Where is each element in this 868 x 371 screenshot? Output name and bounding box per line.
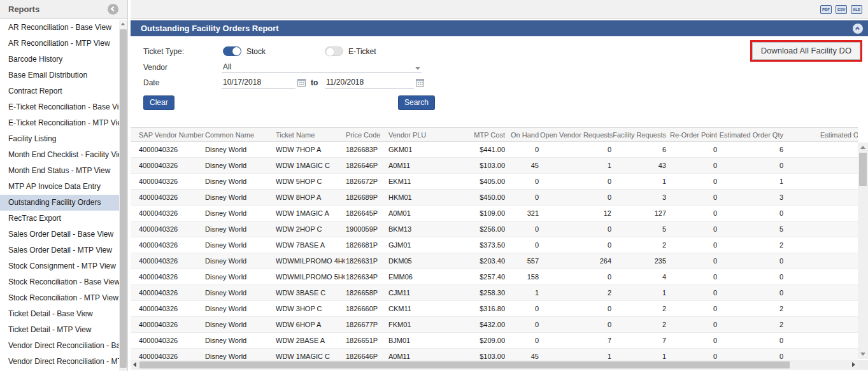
scroll-up-arrow-icon[interactable] — [121, 23, 125, 25]
table-row[interactable]: 4000040326Disney WorldWDW 7HOP A1826683P… — [131, 142, 858, 158]
column-header[interactable]: On Hand — [506, 131, 540, 139]
column-header[interactable]: Re-Order Point — [667, 131, 718, 139]
scroll-right-arrow-icon[interactable] — [852, 362, 855, 367]
sidebar-item[interactable]: Sales Order Detail - Base View — [0, 227, 119, 242]
table-cell: Disney World — [204, 321, 276, 328]
table-row[interactable]: 4000040326Disney WorldWDWMILPROMO 4HOPR1… — [131, 253, 858, 269]
sidebar-item-selected[interactable]: Outstanding Facility Orders — [0, 195, 119, 211]
sidebar-collapse-button[interactable] — [108, 4, 118, 15]
export-pdf-icon[interactable]: PDF — [820, 5, 832, 14]
search-button[interactable]: Search — [398, 95, 435, 110]
sidebar-item[interactable]: RecTrac Export — [0, 211, 119, 227]
sidebar-item[interactable]: Stock Reconciliation - MTP View — [0, 290, 119, 306]
scroll-down-arrow-icon[interactable] — [860, 353, 865, 356]
sidebar-item[interactable]: Base Email Distribution — [0, 67, 119, 83]
vendor-select-value[interactable]: All — [223, 62, 231, 71]
download-all-facility-do-button[interactable]: Download All Facility DO — [752, 42, 860, 60]
table-cell: 6 — [718, 146, 785, 153]
table-row[interactable]: 4000040326Disney WorldWDW 1MAGIC A182664… — [131, 206, 858, 221]
sidebar-item[interactable]: Ticket Detail - MTP View — [0, 322, 119, 338]
sidebar-item[interactable]: Sales Order Detail - MTP View — [0, 242, 119, 258]
sidebar-item[interactable]: Barcode History — [0, 52, 119, 67]
clear-button[interactable]: Clear — [143, 95, 174, 110]
scroll-up-arrow-icon[interactable] — [860, 146, 865, 149]
sidebar-item[interactable]: Month End Checklist - Facility View — [0, 147, 119, 163]
sidebar-item[interactable]: AR Reconciliation - MTP View — [0, 36, 119, 52]
table-cell: 0 — [540, 178, 613, 185]
table-cell: 1826645P — [345, 209, 387, 217]
table-vertical-scrollbar[interactable] — [858, 143, 868, 359]
table-horizontal-scrollbar[interactable] — [131, 360, 858, 370]
table-cell: WDWMILPROMO 4HOPR — [276, 257, 345, 265]
table-cell: DKM05 — [387, 257, 452, 265]
chevron-down-icon[interactable] — [415, 67, 420, 70]
sidebar-item[interactable]: Vendor Direct Reconciliation - MTP Vie — [0, 354, 119, 370]
table-cell: $256.00 — [452, 225, 506, 233]
column-header[interactable]: Ticket Name — [276, 131, 345, 139]
column-header[interactable]: Common Name — [204, 131, 276, 139]
sidebar-item[interactable]: Stock Consignment - MTP View — [0, 258, 119, 274]
sidebar-item[interactable]: Facility Listing — [0, 131, 119, 147]
sidebar-item[interactable]: Ticket Detail - Base View — [0, 306, 119, 322]
sidebar-scrollbar-thumb[interactable] — [120, 29, 127, 368]
sidebar-item[interactable]: MTP AP Invoice Data Entry — [0, 179, 119, 195]
calendar-icon[interactable] — [416, 79, 424, 87]
ticket-type-label: Ticket Type: — [143, 47, 184, 56]
table-cell: 0 — [667, 257, 718, 265]
vertical-scrollbar-thumb[interactable] — [859, 153, 867, 186]
table-cell: 2 — [613, 321, 667, 328]
table-cell: 0 — [506, 337, 540, 344]
table-cell: 1 — [540, 353, 613, 360]
sidebar-item[interactable]: Vendor Direct Reconciliation - Base Vi — [0, 338, 119, 354]
table-row[interactable]: 4000040326Disney WorldWDW 2BASE A1826651… — [131, 333, 858, 349]
table-cell: WDW 1MAGIC C — [276, 353, 345, 360]
sidebar-item[interactable]: Stock Reconciliation - Base View — [0, 274, 119, 290]
table-cell: 1900059P — [345, 225, 387, 233]
chevron-up-icon — [855, 26, 860, 31]
column-header[interactable]: Vendor PLU — [387, 131, 452, 139]
column-header[interactable]: SAP Vendor Number — [131, 131, 204, 139]
column-header[interactable]: Estimated Order Qty — [718, 131, 785, 139]
table-row[interactable]: 4000040326Disney WorldWDW 8HOP A1826689P… — [131, 190, 858, 206]
table-row[interactable]: 4000040326Disney WorldWDW 3BASE C1826658… — [131, 285, 858, 301]
table-row[interactable]: 4000040326Disney WorldWDW 1MAGIC C182664… — [131, 158, 858, 174]
table-cell: WDWMILPROMO 5HOP+ — [276, 273, 345, 281]
horizontal-scrollbar-thumb[interactable] — [139, 361, 790, 368]
stock-toggle[interactable] — [223, 46, 241, 56]
column-header[interactable]: MTP Cost — [452, 131, 506, 139]
table-row[interactable]: 4000040326Disney WorldWDW 7BASE A1826681… — [131, 237, 858, 253]
sidebar-item[interactable]: AR Reconciliation - Base View — [0, 20, 119, 36]
column-header[interactable]: Facility Requests — [613, 131, 667, 139]
column-header[interactable]: Open Vendor Requests — [540, 131, 613, 139]
column-header[interactable]: Estimated Or — [785, 131, 858, 139]
date-label: Date — [143, 78, 159, 87]
table-cell: 4000040326 — [131, 337, 204, 344]
table-row[interactable]: 4000040326Disney WorldWDW 6HOP A1826677P… — [131, 317, 858, 333]
table-cell: 0 — [506, 321, 540, 328]
sidebar-item[interactable]: E-Ticket Reconciliation - MTP View — [0, 115, 119, 131]
scroll-left-arrow-icon[interactable] — [133, 362, 136, 367]
table-row[interactable]: 4000040326Disney WorldWDWMILPROMO 5HOP+1… — [131, 269, 858, 285]
table-cell: WDW 8HOP A — [276, 193, 345, 201]
panel-collapse-button[interactable] — [853, 24, 863, 34]
results-table: SAP Vendor NumberCommon NameTicket NameP… — [131, 127, 858, 360]
date-from-input[interactable] — [223, 78, 293, 87]
table-cell: 12 — [540, 209, 613, 217]
export-csv-icon[interactable]: CSV — [836, 5, 847, 14]
export-xls-icon[interactable]: XLS — [851, 5, 862, 14]
sidebar-scrollbar[interactable] — [119, 20, 127, 371]
table-row[interactable]: 4000040326Disney WorldWDW 2HOP C1900059P… — [131, 221, 858, 237]
table-cell: 4 — [613, 273, 667, 281]
eticket-toggle[interactable] — [325, 46, 343, 56]
sidebar-item[interactable]: Contract Report — [0, 83, 119, 99]
column-header[interactable]: Price Code — [345, 131, 387, 139]
table-row[interactable]: 4000040326Disney WorldWDW 1MAGIC C182664… — [131, 349, 858, 360]
table-row[interactable]: 4000040326Disney WorldWDW 3HOP C1826660P… — [131, 301, 858, 317]
sidebar-item[interactable]: E-Ticket Reconciliation - Base View — [0, 99, 119, 115]
table-cell: Disney World — [204, 305, 276, 312]
table-row[interactable]: 4000040326Disney WorldWDW 5HOP C1826672P… — [131, 174, 858, 190]
sidebar-item[interactable]: Month End Status - MTP View — [0, 163, 119, 179]
date-to-input[interactable] — [326, 78, 410, 87]
table-cell: $450.00 — [452, 193, 506, 201]
calendar-icon[interactable] — [297, 79, 306, 87]
